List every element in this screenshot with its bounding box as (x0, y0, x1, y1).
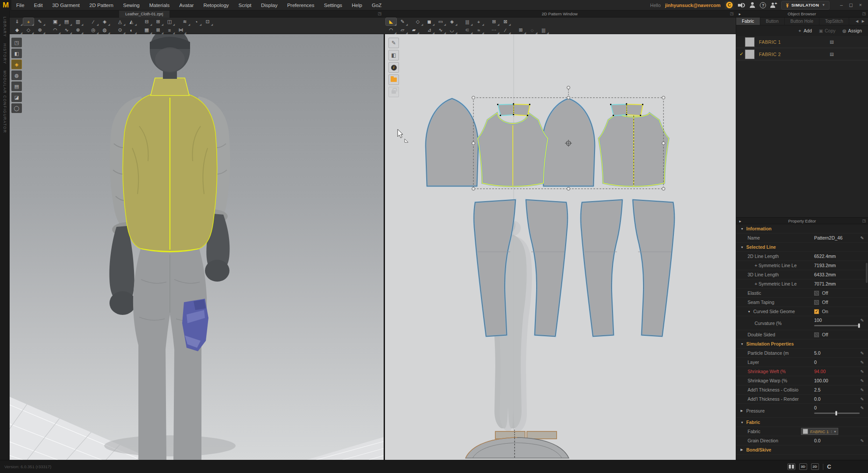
delete-tool-icon[interactable]: ⊠◢ (153, 26, 163, 34)
buttonhole-tool-icon[interactable]: ◍◢ (99, 26, 110, 34)
show-sketch-icon[interactable]: ✎ (388, 38, 399, 48)
segment-sewing-2d-icon[interactable]: ▱◢ (397, 26, 408, 34)
property-double-sided[interactable]: Double SidedOff (736, 330, 868, 339)
piping-2d-icon[interactable]: ⊂◢ (462, 26, 473, 34)
fabric-steam-icon[interactable]: ≋◢ (180, 18, 190, 25)
fabric-detail-icon[interactable]: ▤ (830, 52, 834, 56)
fold-arrangement-icon[interactable]: ◬◢ (115, 18, 125, 25)
property-input[interactable]: 2.5 (814, 387, 821, 392)
popout-3d-icon[interactable]: ◳ (378, 11, 381, 16)
fabric-swatch[interactable] (745, 49, 755, 59)
menu-help[interactable]: Help (347, 0, 367, 10)
layer-tool-icon[interactable]: ⊞◢ (153, 18, 163, 25)
show-garment-icon[interactable]: ◳ (11, 38, 22, 47)
dock-tab-history[interactable]: HISTORY (3, 43, 7, 64)
menu-display[interactable]: Display (256, 0, 282, 10)
property-input[interactable]: 100.00 (814, 378, 828, 383)
property-grain-direction[interactable]: Grain Direction0.0✎ (736, 436, 868, 445)
section-simulation-properties[interactable]: ▼Simulation Properties (736, 339, 868, 349)
property-curvature-[interactable]: Curvature (%100✎ (736, 316, 868, 330)
wrench-icon[interactable]: ✎ (861, 397, 864, 402)
checkbox[interactable] (814, 300, 819, 305)
popout-pe-icon[interactable]: ◳ (862, 219, 866, 223)
restore-button[interactable]: ◻ (849, 2, 853, 8)
property-layer[interactable]: Layer0✎ (736, 358, 868, 367)
tack-icon[interactable]: ∕◢ (88, 18, 99, 25)
popout-ob-icon[interactable]: ◳ (862, 11, 866, 16)
property-input[interactable]: 5.0 (814, 350, 821, 356)
property-input[interactable]: 0.0 (814, 396, 821, 402)
property-particle-distance-m[interactable]: Particle Distance (m5.0✎ (736, 349, 868, 358)
property-input[interactable]: 0 (814, 405, 817, 410)
section-bond-skive[interactable]: ▶Bond/Skive (736, 445, 868, 455)
property-pressure[interactable]: ▶Pressure0✎ (736, 404, 868, 418)
tab-button-hole[interactable]: Button Hole (785, 18, 819, 25)
checkbox[interactable] (814, 332, 819, 337)
menu-2d-pattern[interactable]: 2D Pattern (85, 0, 118, 10)
section-information[interactable]: ▼Information (736, 224, 868, 233)
credits-icon[interactable]: C (725, 1, 734, 9)
tack-2d-icon[interactable]: ∕◢ (500, 26, 511, 34)
edit-curvature-icon[interactable]: ◇◢ (413, 18, 423, 25)
scene-layers-icon[interactable]: ▤ (11, 81, 22, 91)
flatten-icon[interactable]: ◭◢ (126, 18, 137, 25)
popout-2d-icon[interactable]: ◳ (730, 11, 734, 16)
triangle-down-icon[interactable]: ▼ (741, 246, 745, 249)
avatar-tape-icon[interactable]: ◔◢ (191, 18, 201, 25)
mesh-display-icon[interactable]: ◪ (11, 92, 22, 102)
polygon-icon[interactable]: ◼◢ (424, 18, 434, 25)
menu-edit[interactable]: Edit (29, 0, 48, 10)
solidify-icon[interactable]: ⊟◢ (141, 18, 152, 25)
triangle-icon[interactable]: ▶ (741, 409, 745, 413)
remove-pin-icon[interactable]: ⊗◢ (73, 26, 83, 34)
triangle-icon[interactable]: ▼ (748, 310, 752, 313)
triangle-down-icon[interactable]: ▼ (741, 342, 745, 346)
property-input[interactable]: 0.0 (814, 438, 821, 443)
property-elastic[interactable]: ElasticOff (736, 289, 868, 298)
property--symmetric-line-le[interactable]: + Symmetric Line Le7193.2mm (736, 261, 868, 270)
zipper-icon[interactable]: ⊙◢ (115, 26, 125, 34)
tab-scroll-left-icon[interactable]: ◀ (856, 19, 858, 23)
help-icon[interactable]: ? (760, 2, 766, 8)
measure-icon[interactable]: ⊕◢ (35, 26, 45, 34)
assign-fabric-button[interactable]: ◎Assign (843, 28, 862, 33)
slider-track[interactable] (814, 325, 860, 326)
2d-pattern-canvas[interactable]: ✎◧i (384, 34, 736, 460)
show-2d-button[interactable]: 2D (811, 463, 819, 470)
show-pattern-icon[interactable]: ◈ (11, 60, 22, 69)
wrench-icon[interactable]: ✎ (861, 388, 864, 392)
wrench-icon[interactable]: ✎ (861, 351, 864, 356)
pleats-icon[interactable]: |||◢ (462, 18, 473, 25)
circle-2d-icon[interactable]: ◌◢ (527, 26, 537, 34)
lock-pattern-icon[interactable] (388, 87, 399, 97)
pattern-grid-icon[interactable]: ⊠◢ (500, 18, 511, 25)
topstitch-3d-icon[interactable]: ≡◢ (164, 26, 175, 34)
piping-icon[interactable]: ◐◢ (126, 26, 137, 34)
slider-knob[interactable] (835, 411, 837, 416)
sound-icon[interactable] (738, 3, 745, 8)
wind-controller-icon[interactable]: ◫◢ (164, 18, 175, 25)
curve-tool-icon[interactable]: ◠◢ (50, 26, 60, 34)
pattern-outline-icon[interactable]: ▦◢ (141, 26, 152, 34)
select-mesh-icon[interactable]: ◆◢ (12, 26, 22, 34)
tab-button[interactable]: Button (760, 18, 785, 25)
fabric-dropdown[interactable]: FABRIC 1▼ (801, 428, 838, 435)
property-shrinkage-warp-[interactable]: Shrinkage Warp (%100.00✎ (736, 376, 868, 385)
edit-pencil-icon[interactable]: ✎ (861, 236, 864, 240)
triangle-down-icon[interactable]: ▼ (741, 421, 745, 424)
wrench-icon[interactable]: ✎ (861, 438, 864, 443)
pin-icon[interactable]: ◈◢ (99, 18, 110, 25)
select-move-icon[interactable]: +◢ (23, 18, 34, 25)
property-fabric[interactable]: FabricFABRIC 1▼ (736, 427, 868, 436)
tab-topstitch[interactable]: TopStitch (819, 18, 849, 25)
tab-fabric[interactable]: Fabric (736, 18, 760, 25)
binding-icon[interactable]: ⋈◢ (176, 26, 186, 34)
brush-icon[interactable]: ◇◢ (23, 26, 34, 34)
transform-pattern-icon[interactable]: ◣◢ (386, 18, 396, 25)
button-tool-icon[interactable]: ◎◢ (88, 26, 99, 34)
avatar-display-icon[interactable]: ◍ (11, 71, 22, 80)
pen-3d-icon[interactable]: ✎◢ (35, 18, 45, 25)
show-garment-2d-icon[interactable]: ◧ (388, 50, 399, 60)
dart-icon[interactable]: ◈◢ (447, 18, 457, 25)
menu-file[interactable]: File (11, 0, 29, 10)
